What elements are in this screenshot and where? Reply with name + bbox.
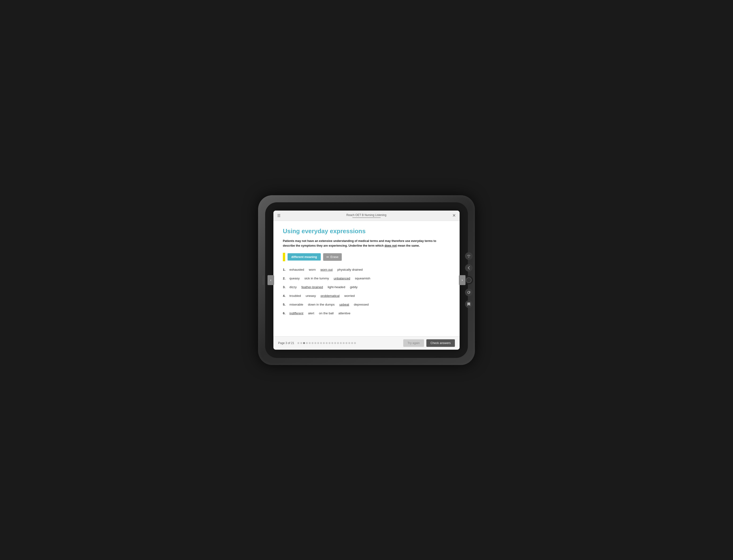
row-number-3: 3. — [283, 285, 290, 289]
pagination-dot-14[interactable] — [337, 342, 339, 344]
instructions: Patients may not have an extensive under… — [283, 239, 443, 248]
page-text: Page 3 of 21 — [278, 341, 294, 345]
toolbar: different meaning ✏ Erase — [283, 253, 450, 261]
nav-arrow-right[interactable]: › — [459, 275, 465, 285]
instructions-bold: Patients may not have an extensive under… — [283, 239, 436, 247]
pagination-dot-3[interactable] — [306, 342, 308, 344]
pagination-dots — [298, 342, 356, 344]
word-upbeat[interactable]: upbeat — [340, 303, 349, 306]
page-indicator: Page 3 of 21 — [278, 341, 356, 345]
row-number-1: 1. — [283, 268, 290, 271]
pagination-dot-19[interactable] — [351, 342, 353, 344]
word-exhausted[interactable]: exhausted — [290, 268, 304, 271]
hamburger-icon[interactable]: ☰ — [277, 213, 281, 218]
tablet-inner: ‹ › ☰ Reach OET B Nursing Listening ✕ Us… — [265, 202, 468, 358]
tablet-right-icons — [464, 252, 473, 308]
try-again-button[interactable]: Try again — [403, 339, 424, 347]
pagination-dot-2[interactable] — [303, 342, 305, 344]
exercise-row-5: 5. miserable down in the dumps upbeat de… — [283, 303, 450, 306]
pagination-dot-11[interactable] — [329, 342, 331, 344]
word-feather-brained[interactable]: feather-brained — [302, 285, 323, 289]
row-number-4: 4. — [283, 294, 290, 298]
exercise-list: 1. exhausted worn worn out physically dr… — [283, 268, 450, 315]
pagination-dot-6[interactable] — [315, 342, 316, 344]
check-answers-button[interactable]: Check answers — [426, 339, 455, 347]
word-on-the-ball[interactable]: on the ball — [319, 311, 334, 315]
pagination-dot-13[interactable] — [334, 342, 336, 344]
wifi-icon — [465, 252, 472, 260]
app-title-area: Reach OET B Nursing Listening — [347, 213, 386, 218]
erase-button[interactable]: ✏ Erase — [323, 253, 342, 261]
page-title: Using everyday expressions — [283, 228, 450, 235]
nav-buttons: Try again Check answers — [403, 339, 455, 347]
word-depressed[interactable]: depressed — [354, 303, 368, 306]
word-down-in-the-dumps[interactable]: down in the dumps — [308, 303, 335, 306]
pagination-dot-8[interactable] — [320, 342, 322, 344]
word-squeamish[interactable]: squeamish — [355, 277, 370, 280]
word-giddy[interactable]: giddy — [350, 285, 358, 289]
pagination-dot-0[interactable] — [298, 342, 299, 344]
tablet: ‹ › ☰ Reach OET B Nursing Listening ✕ Us… — [258, 195, 475, 365]
pagination-dot-17[interactable] — [346, 342, 348, 344]
exercise-row-1: 1. exhausted worn worn out physically dr… — [283, 268, 450, 271]
app-title: Reach OET B Nursing Listening — [347, 213, 386, 217]
bookmark-icon[interactable] — [465, 300, 472, 308]
exercise-row-4: 4. troubled uneasy problematical worried — [283, 294, 450, 298]
word-group-4: troubled uneasy problematical worried — [290, 294, 355, 298]
word-group-6: indifferent alert on the ball attentive — [290, 311, 351, 315]
title-underline — [353, 217, 380, 218]
pagination-dot-18[interactable] — [349, 342, 350, 344]
word-group-3: dizzy feather-brained light-headed giddy — [290, 285, 358, 289]
nav-arrow-left[interactable]: ‹ — [268, 275, 274, 285]
close-button[interactable]: ✕ — [452, 213, 456, 218]
word-group-1: exhausted worn worn out physically drain… — [290, 268, 363, 271]
pagination-dot-9[interactable] — [323, 342, 325, 344]
word-alert[interactable]: alert — [308, 311, 314, 315]
pagination-dot-20[interactable] — [354, 342, 356, 344]
word-indifferent[interactable]: indifferent — [290, 311, 303, 315]
word-problematical[interactable]: problematical — [321, 294, 340, 298]
word-light-headed[interactable]: light-headed — [328, 285, 345, 289]
pagination-dot-1[interactable] — [300, 342, 302, 344]
word-uneasy[interactable]: uneasy — [306, 294, 316, 298]
pagination-dot-4[interactable] — [309, 342, 311, 344]
word-attentive[interactable]: attentive — [339, 311, 351, 315]
top-bar: ☰ Reach OET B Nursing Listening ✕ — [274, 211, 459, 221]
eraser-icon: ✏ — [327, 255, 329, 259]
pagination-dot-12[interactable] — [332, 342, 333, 344]
pagination-dot-10[interactable] — [326, 342, 328, 344]
home-icon[interactable] — [464, 276, 473, 284]
refresh-icon[interactable] — [465, 289, 472, 296]
exercise-row-2: 2. queasy sick in the tummy unbalanced s… — [283, 277, 450, 280]
word-physically-drained[interactable]: physically drained — [337, 268, 363, 271]
screen: ☰ Reach OET B Nursing Listening ✕ Using … — [274, 211, 459, 350]
word-worried[interactable]: worried — [345, 294, 355, 298]
row-number-2: 2. — [283, 277, 290, 280]
word-miserable[interactable]: miserable — [290, 303, 303, 306]
back-icon[interactable] — [465, 264, 472, 272]
word-sick-in-the-tummy[interactable]: sick in the tummy — [305, 277, 329, 280]
word-queasy[interactable]: queasy — [290, 277, 300, 280]
tablet-left-button — [262, 275, 264, 285]
content-area: Using everyday expressions Patients may … — [274, 221, 459, 336]
underline-keyword: does not — [384, 244, 397, 247]
word-group-2: queasy sick in the tummy unbalanced sque… — [290, 277, 370, 280]
row-number-5: 5. — [283, 303, 290, 306]
pagination-dot-16[interactable] — [343, 342, 345, 344]
bottom-bar: Page 3 of 21 Try again Check answers — [274, 336, 459, 350]
word-worn[interactable]: worn — [309, 268, 316, 271]
word-troubled[interactable]: troubled — [290, 294, 301, 298]
pagination-dot-15[interactable] — [340, 342, 342, 344]
exercise-row-6: 6. indifferent alert on the ball attenti… — [283, 311, 450, 315]
word-group-5: miserable down in the dumps upbeat depre… — [290, 303, 368, 306]
word-unbalanced[interactable]: unbalanced — [334, 277, 350, 280]
row-number-6: 6. — [283, 311, 290, 315]
pagination-dot-7[interactable] — [317, 342, 319, 344]
word-dizzy[interactable]: dizzy — [290, 285, 297, 289]
yellow-accent-bar — [283, 253, 285, 261]
word-worn-out[interactable]: worn out — [321, 268, 333, 271]
different-meaning-button[interactable]: different meaning — [288, 253, 321, 261]
pagination-dot-5[interactable] — [312, 342, 314, 344]
exercise-row-3: 3. dizzy feather-brained light-headed gi… — [283, 285, 450, 289]
